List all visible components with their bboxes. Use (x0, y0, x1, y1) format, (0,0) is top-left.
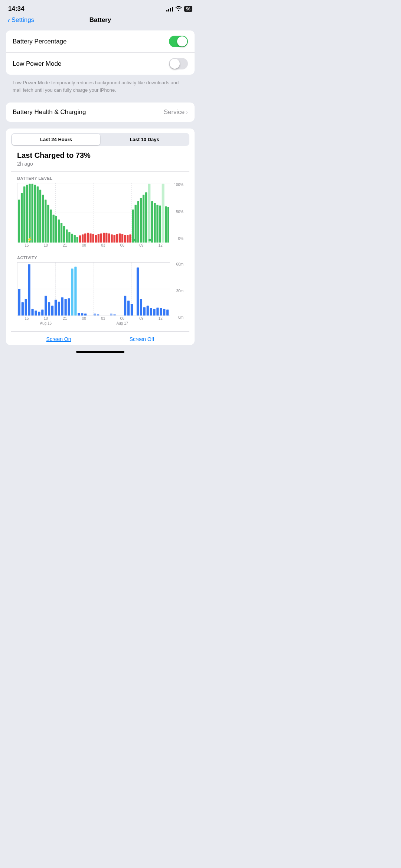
svg-rect-53 (143, 195, 144, 243)
svg-rect-97 (124, 296, 126, 316)
svg-rect-109 (166, 310, 169, 316)
screen-on-tab[interactable]: Screen On (46, 336, 71, 342)
date-aug16: Aug 16 (17, 321, 75, 325)
svg-rect-81 (48, 302, 50, 316)
svg-rect-55 (148, 184, 150, 243)
svg-rect-27 (74, 235, 76, 243)
svg-rect-11 (31, 184, 33, 243)
toggle-thumb (177, 36, 187, 46)
back-button[interactable]: ‹ Settings (7, 16, 34, 24)
svg-rect-31 (84, 233, 86, 243)
svg-rect-33 (89, 233, 91, 243)
svg-rect-87 (68, 299, 70, 316)
svg-rect-86 (65, 299, 67, 316)
svg-rect-78 (38, 312, 40, 316)
svg-rect-77 (35, 311, 37, 316)
svg-point-64 (133, 239, 135, 241)
battery-health-card[interactable]: Battery Health & Charging Service › (6, 103, 195, 122)
svg-rect-36 (98, 234, 100, 243)
activity-chart-container: 60m 30m 0m (17, 262, 183, 327)
activity-label: ACTIVITY (17, 256, 183, 260)
svg-rect-12 (34, 185, 36, 243)
svg-rect-92 (84, 314, 87, 316)
svg-rect-106 (156, 308, 159, 316)
battery-percentage-toggle[interactable] (169, 36, 188, 47)
battery-percentage-label: Battery Percentage (13, 38, 67, 45)
svg-rect-39 (105, 233, 107, 243)
svg-rect-6 (18, 200, 20, 243)
svg-rect-103 (147, 306, 149, 316)
battery-percentage-row[interactable]: Battery Percentage (6, 30, 195, 52)
svg-rect-19 (52, 215, 54, 243)
svg-rect-98 (127, 301, 130, 316)
svg-rect-62 (167, 207, 169, 243)
svg-rect-52 (140, 198, 142, 243)
svg-rect-38 (103, 233, 105, 243)
battery-x-labels: 15 18 21 00 03 06 09 12 (17, 243, 170, 248)
svg-rect-16 (45, 200, 46, 243)
battery-health-row[interactable]: Battery Health & Charging Service › (6, 103, 195, 122)
svg-rect-46 (124, 235, 126, 243)
svg-rect-32 (87, 233, 89, 243)
chevron-right-icon: › (186, 109, 188, 115)
svg-rect-88 (71, 269, 73, 316)
svg-rect-10 (29, 184, 30, 243)
svg-rect-82 (51, 306, 53, 316)
svg-rect-40 (108, 233, 110, 243)
svg-rect-25 (68, 232, 70, 243)
svg-rect-42 (113, 235, 115, 243)
battery-health-right: Service › (164, 108, 188, 116)
battery-chart-area: ⚡ (17, 183, 170, 243)
signal-icon (166, 6, 173, 12)
svg-rect-108 (163, 309, 165, 316)
svg-rect-34 (92, 234, 94, 243)
home-bar (76, 351, 124, 353)
svg-rect-104 (150, 308, 152, 316)
svg-rect-60 (162, 184, 164, 243)
svg-rect-30 (82, 234, 84, 243)
svg-rect-8 (23, 186, 25, 243)
activity-chart-svg (17, 263, 170, 316)
svg-rect-47 (127, 235, 128, 243)
svg-rect-84 (58, 302, 60, 316)
svg-rect-107 (160, 308, 162, 316)
svg-rect-49 (132, 209, 134, 243)
svg-rect-85 (61, 298, 63, 316)
svg-rect-15 (42, 195, 44, 243)
battery-icon: 56 (184, 6, 192, 12)
charge-info: Last Charged to 73% 2h ago (11, 146, 189, 171)
svg-rect-105 (153, 309, 155, 316)
nav-bar: ‹ Settings Battery (0, 15, 200, 27)
svg-rect-50 (135, 205, 137, 243)
activity-x-labels: 15 18 21 00 03 06 09 12 (17, 316, 170, 321)
low-power-mode-row[interactable]: Low Power Mode (6, 52, 195, 75)
svg-rect-59 (159, 206, 161, 243)
low-power-description: Low Power Mode temporarily reduces backg… (6, 78, 195, 99)
svg-rect-96 (113, 314, 115, 316)
screen-off-tab[interactable]: Screen Off (130, 336, 154, 342)
time-selector[interactable]: Last 24 Hours Last 10 Days (11, 133, 189, 146)
svg-rect-7 (21, 193, 23, 243)
svg-rect-13 (37, 186, 39, 243)
low-power-mode-label: Low Power Mode (13, 60, 61, 68)
svg-rect-51 (137, 201, 139, 243)
last-10-days-tab[interactable]: Last 10 Days (100, 134, 189, 145)
chart-card: Last 24 Hours Last 10 Days Last Charged … (6, 129, 195, 345)
battery-chart-container: 100% 50% 0% (17, 183, 183, 248)
toggle-thumb-off (170, 59, 180, 69)
svg-rect-35 (95, 235, 97, 243)
svg-rect-94 (97, 314, 99, 316)
svg-rect-45 (121, 234, 123, 243)
svg-rect-23 (63, 226, 65, 243)
activity-chart-area (17, 262, 170, 316)
svg-rect-18 (50, 209, 52, 243)
charge-subtitle: 2h ago (17, 161, 183, 167)
battery-level-label: BATTERY LEVEL (17, 176, 183, 181)
svg-rect-79 (41, 310, 43, 316)
status-time: 14:34 (8, 5, 24, 13)
last-24-hours-tab[interactable]: Last 24 Hours (12, 134, 100, 145)
low-power-toggle[interactable] (169, 58, 188, 69)
svg-rect-58 (156, 205, 158, 243)
activity-section: ACTIVITY 60m 30m 0m (11, 256, 189, 331)
status-bar: 14:34 56 (0, 0, 200, 15)
